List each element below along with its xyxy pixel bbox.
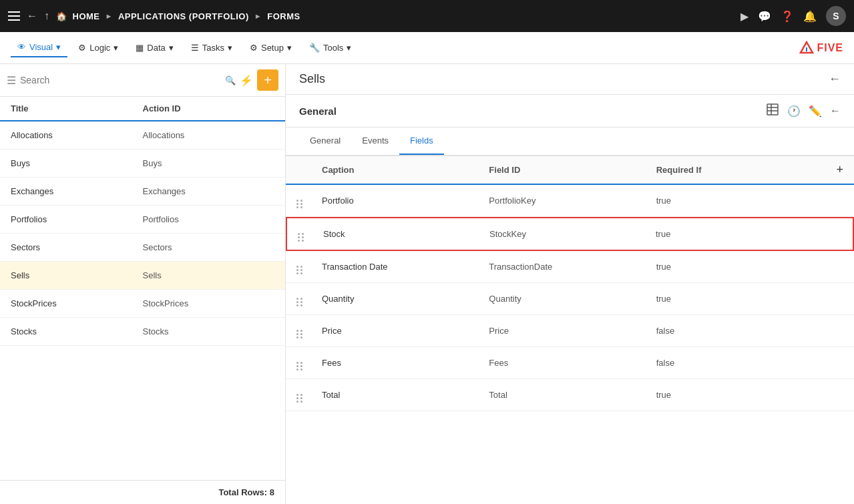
tab-fields[interactable]: Fields xyxy=(399,128,444,155)
tab-data-label: Data xyxy=(147,43,165,53)
top-navigation: ← ↑ 🏠 HOME ► APPLICATIONS (PORTFOLIO) ► … xyxy=(0,0,854,32)
field-caption: Stock xyxy=(318,229,489,239)
history-icon[interactable]: 🕐 xyxy=(787,105,801,117)
tab-general[interactable]: General xyxy=(299,128,351,155)
tab-events[interactable]: Events xyxy=(351,128,399,155)
drag-handle xyxy=(296,355,316,370)
list-item-active[interactable]: Sells Sells xyxy=(0,262,285,290)
flash-icon[interactable]: ⚡ xyxy=(240,74,253,87)
item-actionid: Sells xyxy=(143,270,275,280)
sells-back-icon[interactable]: ← xyxy=(829,72,841,86)
nav-tabs-group: 👁 Visual ▾ ⚙ Logic ▾ ▦ Data ▾ ☰ Tasks ▾ … xyxy=(11,38,358,57)
col-title-header: Title xyxy=(11,103,143,113)
list-item[interactable]: Stocks Stocks xyxy=(0,318,285,346)
item-title: Allocations xyxy=(11,130,143,140)
field-caption: Total xyxy=(316,390,489,400)
fields-table-header: Caption Field ID Required If + xyxy=(286,156,854,185)
tab-logic[interactable]: ⚙ Logic ▾ xyxy=(71,39,125,57)
tab-tasks-label: Tasks xyxy=(202,43,224,53)
list-item[interactable]: Buys Buys xyxy=(0,150,285,178)
general-actions: 🕐 ✏️ ← xyxy=(766,103,841,119)
list-item[interactable]: StockPrices StockPrices xyxy=(0,290,285,318)
item-title: Stocks xyxy=(11,326,143,336)
total-rows-label: Total Rows: 8 xyxy=(218,487,274,497)
item-title: Sectors xyxy=(11,242,143,252)
field-required: true xyxy=(656,196,823,206)
item-actionid: Portfolios xyxy=(143,214,275,224)
general-header: General 🕐 ✏️ ← xyxy=(286,95,854,128)
tab-setup[interactable]: ⚙ Setup ▾ xyxy=(243,39,298,57)
breadcrumb-forms[interactable]: FORMS xyxy=(267,11,300,21)
setup-icon: ⚙ xyxy=(250,43,258,53)
up-button[interactable]: ↑ xyxy=(44,10,49,22)
svg-rect-2 xyxy=(767,104,778,115)
drag-handle xyxy=(298,226,318,242)
list-header: Title Action ID xyxy=(0,97,285,121)
list-item[interactable]: Portfolios Portfolios xyxy=(0,206,285,234)
data-icon: ▦ xyxy=(136,43,144,53)
bell-icon[interactable]: 🔔 xyxy=(803,10,817,23)
list-item[interactable]: Sectors Sectors xyxy=(0,234,285,262)
filter-icon[interactable]: ☰ xyxy=(7,74,16,87)
item-actionid: Exchanges xyxy=(143,186,275,196)
avatar[interactable]: S xyxy=(826,6,846,26)
field-required: false xyxy=(656,358,823,368)
edit-icon[interactable]: ✏️ xyxy=(809,105,822,117)
hamburger-menu[interactable] xyxy=(8,11,20,21)
sells-header: Sells ← xyxy=(286,64,854,95)
tab-visual-label: Visual xyxy=(29,42,53,52)
tab-tasks[interactable]: ☰ Tasks ▾ xyxy=(184,39,239,57)
chat-icon[interactable]: 💬 xyxy=(758,10,771,23)
list-item[interactable]: Allocations Allocations xyxy=(0,121,285,150)
search-icon[interactable]: 🔍 xyxy=(225,75,236,85)
field-row-transaction-date[interactable]: Transaction Date TransactionDate true xyxy=(286,251,854,283)
field-required: true xyxy=(656,229,822,239)
add-button[interactable]: + xyxy=(257,69,278,91)
tab-data[interactable]: ▦ Data ▾ xyxy=(129,39,180,57)
field-row-stock[interactable]: Stock StockKey true xyxy=(286,217,854,251)
top-nav-right: ▶ 💬 ❓ 🔔 S xyxy=(740,6,846,26)
field-id: TransactionDate xyxy=(489,262,656,272)
search-bar: ☰ 🔍 ⚡ + xyxy=(0,64,285,97)
list-item[interactable]: Exchanges Exchanges xyxy=(0,178,285,206)
tab-fields-label: Fields xyxy=(410,136,433,146)
general-title: General xyxy=(299,105,337,117)
fieldid-col-header: Field ID xyxy=(489,165,656,175)
five-logo: FIVE xyxy=(799,41,843,55)
field-id: Price xyxy=(489,326,656,336)
field-row-quantity[interactable]: Quantity Quantity true xyxy=(286,283,854,315)
breadcrumb-home[interactable]: HOME xyxy=(73,11,100,21)
field-row-price[interactable]: Price Price false xyxy=(286,315,854,347)
back-button[interactable]: ← xyxy=(27,10,37,22)
item-title: Sells xyxy=(11,270,143,280)
field-row-total[interactable]: Total Total true xyxy=(286,379,854,411)
field-caption: Price xyxy=(316,326,489,336)
logo-area: FIVE xyxy=(799,41,843,55)
second-navigation: 👁 Visual ▾ ⚙ Logic ▾ ▦ Data ▾ ☰ Tasks ▾ … xyxy=(0,32,854,64)
table-icon[interactable] xyxy=(766,103,779,119)
field-required: true xyxy=(656,390,823,400)
close-icon[interactable]: ← xyxy=(830,105,841,117)
help-icon[interactable]: ❓ xyxy=(781,10,794,23)
add-field-button[interactable]: + xyxy=(836,163,843,177)
logic-icon: ⚙ xyxy=(78,43,86,53)
tab-logic-label: Logic xyxy=(89,43,110,53)
drag-handle xyxy=(296,193,316,208)
field-required: false xyxy=(656,326,823,336)
drag-handle xyxy=(296,291,316,306)
tab-tools[interactable]: 🔧 Tools ▾ xyxy=(302,39,358,57)
field-caption: Portfolio xyxy=(316,196,489,206)
drag-handle xyxy=(296,387,316,403)
field-row-fees[interactable]: Fees Fees false xyxy=(286,347,854,379)
breadcrumb-portfolio[interactable]: APPLICATIONS (PORTFOLIO) xyxy=(118,11,249,21)
top-nav-left: ← ↑ 🏠 HOME ► APPLICATIONS (PORTFOLIO) ► … xyxy=(8,10,300,22)
breadcrumb: 🏠 HOME ► APPLICATIONS (PORTFOLIO) ► FORM… xyxy=(56,11,300,21)
item-title: Portfolios xyxy=(11,214,143,224)
search-input[interactable] xyxy=(20,75,221,85)
tab-visual[interactable]: 👁 Visual ▾ xyxy=(11,38,67,57)
drag-handle xyxy=(296,259,316,274)
field-row-portfolio[interactable]: Portfolio PortfolioKey true xyxy=(286,185,854,217)
play-icon[interactable]: ▶ xyxy=(740,10,749,23)
logic-dropdown-icon: ▾ xyxy=(114,43,118,53)
fields-table: Caption Field ID Required If + Portfolio… xyxy=(286,156,854,504)
